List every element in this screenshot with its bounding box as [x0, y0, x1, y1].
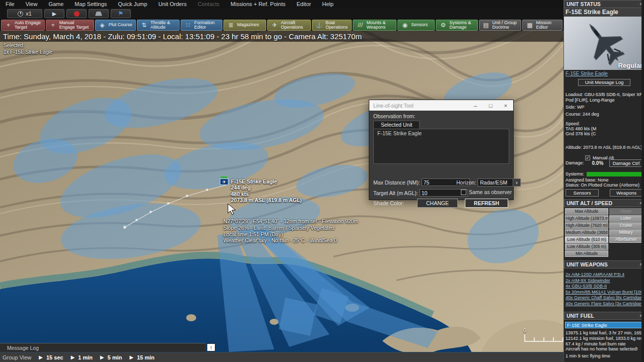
- step-15sec-button[interactable]: 15 sec: [46, 354, 63, 360]
- mission-editor-button[interactable]: ▦Mission Editor: [522, 20, 562, 31]
- alt-low610-button[interactable]: Low Altitude (610 m): [565, 236, 608, 243]
- alt-max-button[interactable]: Max Altitude: [565, 208, 608, 215]
- unit-weapons-header[interactable]: UNIT WEAPONS «: [564, 260, 644, 268]
- observer-listbox[interactable]: F-15E Strike Eagle: [373, 129, 509, 164]
- magazines-button[interactable]: ≣Magazines: [223, 20, 266, 31]
- map-tool-icon: [95, 12, 102, 16]
- throttle-afterburner-button[interactable]: Afterburner: [609, 236, 642, 243]
- sensors-weapons-row: Sensors Weapons: [564, 189, 644, 197]
- message-log-expand-button[interactable]: ↑: [207, 343, 215, 351]
- play-button[interactable]: ▶: [44, 9, 64, 18]
- max-distance-label: Max Distance (NM):: [373, 179, 420, 186]
- fuel-selected-unit[interactable]: F-15E Strike Eagle: [565, 322, 642, 328]
- weapon-link[interactable]: 2x AIM-9X Sidewinder: [564, 278, 644, 284]
- throttle-loiter-button[interactable]: Loiter: [609, 215, 642, 222]
- step-5min-button[interactable]: 5 min: [108, 354, 122, 360]
- step-play-icon[interactable]: ▶: [39, 354, 43, 360]
- auto-engage-target-icon: +: [5, 22, 12, 29]
- unit-info-sidebar: UNIT STATUS « F-15E Strike Eagle Regular…: [564, 0, 644, 362]
- flag-button[interactable]: ⚑: [111, 9, 131, 18]
- boat-operations-button[interactable]: ⚓Boat Operations: [312, 20, 352, 31]
- maximize-button[interactable]: □: [483, 100, 498, 111]
- menu-missions-refpoints[interactable]: Missions + Ref. Points: [225, 1, 291, 7]
- systems-damage-button[interactable]: ⚙Systems & Damage: [436, 20, 477, 31]
- time-compression-button[interactable]: x1: [7, 9, 42, 18]
- map-scale-ruler: 0: [523, 328, 564, 344]
- sensors-button[interactable]: ◉Sensors: [397, 20, 435, 31]
- menu-view[interactable]: View: [20, 1, 43, 7]
- weapon-link[interactable]: 4x GBU-53/B SDB-II: [564, 284, 644, 290]
- alt-min-button[interactable]: Min Altitude: [565, 250, 608, 257]
- step-1min-button[interactable]: 1 min: [78, 354, 93, 360]
- aircraft-operations-button[interactable]: ✈Aircraft Operations: [267, 20, 311, 31]
- fuel-readout: 13975.1 kg total fuel, 3 hr 27 min, 1658…: [564, 330, 644, 352]
- unit-db-link[interactable]: F-15E Strike Eagle: [564, 71, 644, 76]
- close-button[interactable]: ×: [498, 100, 513, 111]
- message-log-bar[interactable]: Message Log: [0, 343, 205, 352]
- plot-course-button[interactable]: ◈Plot Course: [95, 20, 136, 31]
- step-play-icon[interactable]: ▶: [100, 354, 104, 360]
- weapon-link[interactable]: 40x Generic Chaff Salvo [8x Cartridges]: [564, 295, 644, 301]
- throttle-altitude-button[interactable]: ⇅Throttle & Altitude: [137, 20, 180, 31]
- formation-editor-button[interactable]: ∷Formation Editor: [181, 20, 222, 31]
- chevron-down-icon[interactable]: ∨: [513, 179, 520, 186]
- clock-icon: [18, 11, 23, 17]
- throttle-hover-button: Hover: [609, 208, 642, 215]
- horizon-select[interactable]: Radar/ESM ∨: [477, 178, 521, 187]
- change-color-button[interactable]: CHANGE: [417, 199, 458, 208]
- weapon-link[interactable]: 5x 20mm/85 M61A1 Vulcan Burst [100 rnds: [564, 290, 644, 296]
- menu-help[interactable]: Help: [316, 1, 339, 7]
- scale-zero-label: 0: [523, 328, 526, 333]
- throttle-military-button[interactable]: Military: [609, 229, 642, 236]
- command-app-window: ✈ F-15E Strike Eagle 244 deg 480 kts 207…: [0, 0, 644, 362]
- map-tool-button[interactable]: [89, 9, 109, 18]
- menu-quick-jump[interactable]: Quick Jump: [113, 1, 153, 7]
- menu-map-settings[interactable]: Map Settings: [69, 1, 112, 7]
- unit-alt-speed-header[interactable]: UNIT ALT / SPEED «: [564, 199, 644, 207]
- group-view-label[interactable]: Group View: [3, 354, 31, 360]
- unit-status-header[interactable]: UNIT STATUS «: [564, 0, 644, 8]
- sidebar-sensors-button[interactable]: Sensors: [566, 189, 599, 197]
- scenario-time-bar: Time: Sunday, March 4, 2018 - Zulu: 09:5…: [0, 31, 564, 42]
- menu-unit-orders[interactable]: Unit Orders: [153, 1, 192, 7]
- alt-medium-button[interactable]: Medium Altitude (3658: [565, 229, 608, 236]
- step-15min-button[interactable]: 15 min: [137, 354, 154, 360]
- los-dialog-titlebar[interactable]: Line-of-sight Tool – □ ×: [369, 100, 513, 111]
- menu-file[interactable]: File: [0, 1, 20, 7]
- alt-low305-button[interactable]: Low Altitude (305 m): [565, 243, 608, 250]
- weapon-link[interactable]: 40x Generic Flare Salvo [3x Cartridges, …: [564, 301, 644, 307]
- selected-value: 1x F-15E Strike Eagle: [4, 49, 52, 56]
- auto-engage-target-button[interactable]: +Auto Engage Target: [1, 20, 45, 31]
- record-button[interactable]: [66, 9, 87, 18]
- step-play-icon[interactable]: ▶: [130, 354, 134, 360]
- minimize-button[interactable]: –: [468, 100, 483, 111]
- unit-photo: Regular: [564, 17, 644, 70]
- same-as-observer-checkbox[interactable]: [461, 190, 466, 195]
- selection-readout: Selected: 1x F-15E Strike Eagle: [4, 43, 52, 55]
- play-icon: ▶: [52, 11, 56, 17]
- throttle-cruise-button[interactable]: Cruise: [609, 222, 642, 229]
- observation-from-label: Observation from:: [369, 111, 513, 121]
- scenario-time-text: Time: Sunday, March 4, 2018 - Zulu: 09:5…: [3, 32, 362, 41]
- unit-group-doctrine-button[interactable]: ▤Unit / Group Doctrine: [479, 20, 522, 31]
- sidebar-weapons-button[interactable]: Weapons: [610, 189, 643, 197]
- flying-time-text: 1 min 9 sec flying time: [564, 353, 644, 359]
- unit-fuel-header[interactable]: UNIT FUEL «: [564, 312, 644, 320]
- refresh-button[interactable]: REFRESH: [465, 199, 508, 208]
- menu-editor[interactable]: Editor: [291, 1, 316, 7]
- alt-high1-button[interactable]: High Altitude (10973 m: [565, 215, 608, 222]
- selected-unit-tab[interactable]: Selected Unit: [373, 121, 420, 129]
- sidebar-scrollbar[interactable]: [641, 0, 644, 362]
- damage-ctrl-button[interactable]: Damage Ctrl: [609, 159, 643, 167]
- unit-message-log-button[interactable]: Unit Message Log: [578, 79, 630, 86]
- weapon-link[interactable]: 2x AIM-120D AMRAAM P3I.4: [564, 272, 644, 278]
- f15-unit-icon[interactable]: ✈: [220, 178, 228, 185]
- fuel-line: 12142.1 kg mission fuel, 1833.0 kg reser…: [564, 336, 644, 341]
- step-play-icon[interactable]: ▶: [71, 354, 75, 360]
- course-text: Course: 244 deg: [564, 112, 644, 117]
- mounts-weapons-button[interactable]: ///Mounts & Weapons: [353, 20, 396, 31]
- observer-list-item[interactable]: F-15E Strike Eagle: [377, 130, 505, 136]
- manual-engage-target-button[interactable]: +Manual Engage Target: [46, 20, 94, 31]
- menu-game[interactable]: Game: [43, 1, 69, 7]
- alt-high2-button[interactable]: High Altitude (7620 m): [565, 222, 608, 229]
